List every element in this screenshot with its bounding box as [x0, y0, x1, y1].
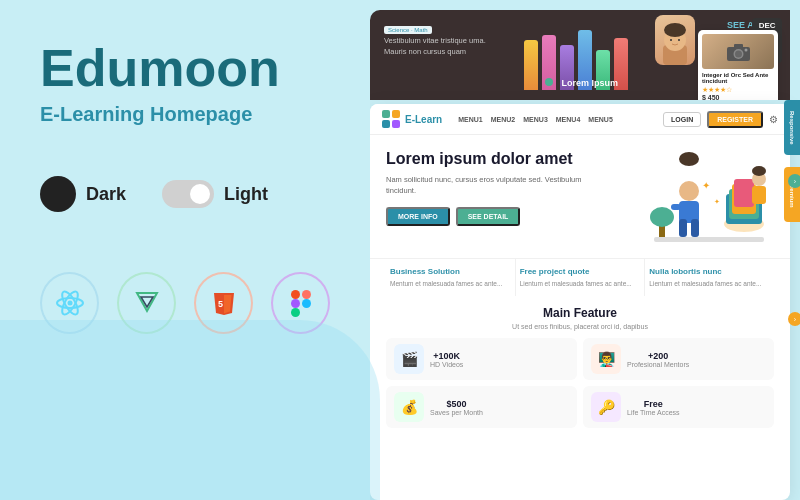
svg-rect-37	[691, 219, 699, 237]
stat-saves-info: $500 Saves per Month	[430, 399, 483, 416]
feature-desc-2: Lientum et malesuada fames ac ante...	[520, 279, 637, 288]
stat-videos: 🎬 +100K HD Videos	[386, 338, 577, 380]
elearn-logo: E-Learn	[382, 110, 442, 128]
person-avatar	[655, 15, 695, 65]
see-detail-button[interactable]: SEE DETAIL	[456, 207, 521, 226]
svg-text:5: 5	[218, 299, 223, 309]
stats-grid: 🎬 +100K HD Videos 👨‍🏫 +200 Profesional M…	[386, 338, 774, 428]
svg-rect-41	[654, 237, 764, 242]
svg-rect-32	[734, 179, 754, 207]
svg-point-33	[679, 181, 699, 201]
wave-decoration	[0, 320, 380, 500]
preview-top-card: Science · Math Vestibulum vitae tristiqu…	[370, 10, 790, 100]
nav-menu2[interactable]: MENU2	[491, 116, 516, 123]
register-button[interactable]: REGISTER	[707, 111, 763, 128]
feature-desc-1: Mentum et malesuada fames ac ante...	[390, 279, 507, 288]
svg-text:✦: ✦	[714, 198, 720, 205]
nav-menu1[interactable]: MENU1	[458, 116, 483, 123]
arrow-down[interactable]: ›	[788, 312, 800, 326]
nav-right: LOGIN REGISTER ⚙	[663, 111, 778, 128]
left-panel: Edumoon E-Learning Homepage Dark Light	[0, 0, 370, 500]
settings-icon[interactable]: ⚙	[769, 114, 778, 125]
svg-point-18	[744, 48, 747, 51]
stat-value-saves: $500	[430, 399, 483, 409]
stat-label-mentors: Profesional Mentors	[627, 361, 689, 368]
lorem-text: Lorem Ipsum	[561, 78, 618, 88]
hero-svg: ✦ ✦	[644, 149, 774, 244]
svg-rect-36	[679, 219, 687, 237]
dark-toggle-item[interactable]: Dark	[40, 176, 126, 212]
nav-menu3[interactable]: MENU3	[523, 116, 548, 123]
mentors-icon-box: 👨‍🏫	[591, 344, 621, 374]
stat-value-access: Free	[627, 399, 680, 409]
svg-rect-12	[291, 308, 300, 317]
svg-point-21	[664, 23, 686, 37]
price: $ 450	[702, 94, 774, 100]
svg-rect-38	[671, 204, 681, 210]
main-feature-title: Main Feature	[386, 306, 774, 320]
photo-thumbnail	[702, 34, 774, 69]
nav-items: MENU1 MENU2 MENU3 MENU4 MENU5	[458, 116, 613, 123]
lorem-label: Lorem Ipsum	[545, 72, 618, 90]
nav-menu5[interactable]: MENU5	[588, 116, 613, 123]
photo-card: Integer id Orc Sed Ante tincidunt ★★★★☆ …	[698, 30, 778, 100]
stat-mentors-info: +200 Profesional Mentors	[627, 351, 689, 368]
app-title: Edumoon	[40, 40, 330, 97]
svg-point-16	[735, 50, 742, 57]
feature-desc-3: Lientum et malesuada fames ac ante...	[649, 279, 766, 288]
toggle-row: Dark Light	[40, 176, 330, 212]
article-preview: Science · Math Vestibulum vitae tristiqu…	[384, 18, 504, 57]
nav-menu4[interactable]: MENU4	[556, 116, 581, 123]
light-toggle-item[interactable]: Light	[162, 180, 268, 208]
feature-title-3: Nulla lobortis nunc	[649, 267, 766, 276]
elearn-card: E-Learn MENU1 MENU2 MENU3 MENU4 MENU5 LO…	[370, 104, 790, 500]
feature-row: Business Solution Mentum et malesuada fa…	[370, 258, 790, 296]
stat-label-videos: HD Videos	[430, 361, 463, 368]
more-info-button[interactable]: MORE INFO	[386, 207, 450, 226]
svg-point-13	[302, 299, 311, 308]
hero-desc: Nam sollicitud nunc, cursus eros vulputa…	[386, 174, 586, 197]
svg-text:✦: ✦	[702, 180, 710, 191]
right-panel: Science · Math Vestibulum vitae tristiqu…	[370, 0, 800, 500]
svg-rect-46	[752, 186, 766, 204]
saves-icon-box: 💰	[394, 392, 424, 422]
subject-tag: Science · Math	[384, 26, 432, 34]
svg-point-3	[67, 301, 72, 306]
elearn-navbar: E-Learn MENU1 MENU2 MENU3 MENU4 MENU5 LO…	[370, 104, 790, 135]
stat-label-saves: Saves per Month	[430, 409, 483, 416]
svg-rect-9	[291, 290, 300, 299]
star-rating: ★★★★☆	[702, 86, 774, 94]
stat-access-info: Free Life Time Access	[627, 399, 680, 416]
feature-nulla: Nulla lobortis nunc Lientum et malesuada…	[645, 259, 774, 296]
right-tag-1[interactable]: Responsive	[784, 100, 800, 155]
feature-title-1: Business Solution	[390, 267, 507, 276]
stat-value-mentors: +200	[627, 351, 689, 361]
svg-point-34	[679, 152, 699, 166]
article-title: Vestibulum vitae tristique uma. Mauris n…	[384, 36, 504, 57]
login-button[interactable]: LOGIN	[663, 112, 701, 127]
app-subtitle: E-Learning Homepage	[40, 103, 330, 126]
feature-business: Business Solution Mentum et malesuada fa…	[386, 259, 516, 296]
arrow-buttons: › ›	[788, 174, 800, 326]
arrow-up[interactable]: ›	[788, 174, 800, 188]
stat-access: 🔑 Free Life Time Access	[583, 386, 774, 428]
svg-point-22	[670, 39, 672, 41]
status-dot	[545, 78, 553, 86]
avatar-image	[655, 15, 695, 65]
card-title: Integer id Orc Sed Ante tincidunt	[702, 72, 774, 84]
dark-label: Dark	[86, 184, 126, 205]
feature-project: Free project quote Lientum et malesuada …	[516, 259, 646, 296]
stat-value-videos: +100K	[430, 351, 463, 361]
light-toggle-oval[interactable]	[162, 180, 214, 208]
svg-rect-26	[382, 120, 390, 128]
stat-mentors: 👨‍🏫 +200 Profesional Mentors	[583, 338, 774, 380]
svg-point-40	[650, 207, 674, 227]
svg-rect-17	[734, 44, 743, 48]
svg-rect-25	[392, 110, 400, 118]
hero-title: Lorem ipsum dolor amet	[386, 149, 634, 168]
light-label: Light	[224, 184, 268, 205]
dark-toggle-circle[interactable]	[40, 176, 76, 212]
svg-rect-27	[392, 120, 400, 128]
main-feature-section: Main Feature Ut sed eros finibus, placer…	[370, 296, 790, 438]
logo-svg	[382, 110, 400, 128]
